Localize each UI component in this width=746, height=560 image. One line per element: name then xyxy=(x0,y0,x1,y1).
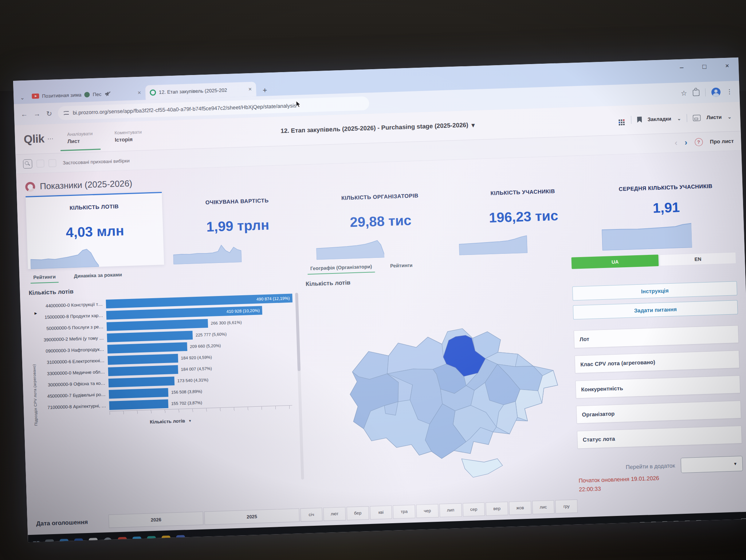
browser-menu-icon[interactable]: ⋮ xyxy=(726,88,733,96)
taskbar-app-icon[interactable] xyxy=(176,535,185,542)
shield-icon[interactable] xyxy=(639,522,645,528)
month-cell[interactable]: кві xyxy=(370,505,392,520)
kpi-card-lots[interactable]: КІЛЬКІСТЬ ЛОТІВ 4,03 млн xyxy=(25,192,164,269)
tab-ratings[interactable]: Рейтинги xyxy=(33,274,56,284)
notification-center-icon[interactable] xyxy=(741,518,746,525)
month-cell[interactable]: лип xyxy=(439,503,462,517)
taskbar-app-icon[interactable] xyxy=(133,536,142,542)
month-cell[interactable]: січ xyxy=(300,508,323,522)
taskbar-app-icon[interactable] xyxy=(162,536,171,543)
month-cell[interactable]: бер xyxy=(346,506,369,520)
chevron-down-icon[interactable]: ⌄ xyxy=(677,115,681,121)
taskbar-app-icon[interactable] xyxy=(147,536,156,542)
taskbar-app-icon[interactable] xyxy=(45,539,54,542)
site-settings-icon[interactable] xyxy=(64,111,69,115)
month-cell[interactable]: вер xyxy=(486,501,508,516)
filter-competitiveness[interactable]: Конкурентність xyxy=(576,375,741,399)
help-question-icon[interactable]: ? xyxy=(695,138,703,146)
month-cell[interactable]: тра xyxy=(393,505,416,519)
instruction-button[interactable]: Інструкція xyxy=(572,281,737,301)
map-region[interactable] xyxy=(515,389,542,421)
sheet-title[interactable]: 12. Етап закупівель (2025-2026) - Purcha… xyxy=(280,121,475,135)
filter-organizer[interactable]: Організатор xyxy=(576,401,741,424)
filter-cpv-class[interactable]: Клас CPV лота (агреговано) xyxy=(574,350,739,374)
filter-lot-status[interactable]: Статус лота xyxy=(577,426,742,449)
taskbar-app-icon[interactable] xyxy=(60,539,69,543)
chart-scrollbar[interactable] xyxy=(295,293,304,480)
tab-geography-organizers[interactable]: Географія (Організатори) xyxy=(310,264,372,274)
selections-search-icon[interactable] xyxy=(23,159,32,169)
nav-narrate-story[interactable]: Коментувати Історія xyxy=(103,121,153,151)
taskbar-app-icon[interactable] xyxy=(118,537,127,543)
bar[interactable] xyxy=(108,354,178,364)
profile-avatar[interactable] xyxy=(711,87,721,97)
month-cell[interactable]: жов xyxy=(509,501,531,515)
x-axis-label[interactable]: Кількість лотів ▼ xyxy=(45,414,296,428)
wifi-icon[interactable] xyxy=(684,521,690,526)
nav-analyze-sheet[interactable]: Аналізувати Лист xyxy=(56,122,104,153)
sort-caret-icon[interactable]: ▼ xyxy=(188,419,192,422)
about-sheet-label[interactable]: Про лист xyxy=(710,138,734,145)
sheets-label[interactable]: Листи xyxy=(706,114,722,120)
year-cell-2025[interactable]: 2025 xyxy=(204,508,299,525)
month-cell[interactable]: гру xyxy=(555,499,578,513)
minimize-button[interactable]: – xyxy=(680,64,684,71)
bar[interactable] xyxy=(107,331,193,342)
battery-icon[interactable] xyxy=(662,521,668,527)
tray-app-icon[interactable] xyxy=(629,522,634,527)
prev-sheet-icon[interactable]: ‹ xyxy=(675,138,678,147)
kpi-card-participants[interactable]: КІЛЬКІСТЬ УЧАСНИКІВ 196,23 тис xyxy=(454,178,593,255)
close-button[interactable]: × xyxy=(725,62,729,70)
bar[interactable] xyxy=(109,399,169,410)
tab-ratings[interactable]: Рейтинги xyxy=(390,263,413,272)
bar[interactable] xyxy=(108,365,178,376)
taskbar-app-icon[interactable] xyxy=(74,538,83,542)
year-cell-2026[interactable]: 2026 xyxy=(109,511,204,528)
language-en-button[interactable]: EN xyxy=(660,252,737,266)
bookmarks-label[interactable]: Закладки xyxy=(648,116,671,122)
input-language-indicator[interactable]: ENG xyxy=(707,520,718,525)
bar[interactable] xyxy=(107,342,187,353)
keyboard-icon[interactable] xyxy=(696,520,702,526)
ukraine-choropleth-map[interactable] xyxy=(306,283,571,502)
language-ua-button[interactable]: UA xyxy=(572,255,659,269)
tab-dynamics-by-years[interactable]: Динаміка за роками xyxy=(74,272,122,282)
forward-icon[interactable]: → xyxy=(34,110,41,118)
taskbar-app-icon[interactable] xyxy=(89,538,98,542)
back-icon[interactable]: ← xyxy=(21,110,28,119)
new-tab-button[interactable]: + xyxy=(259,84,271,96)
month-cell[interactable]: лют xyxy=(323,507,346,521)
ask-question-button[interactable]: Задати питання xyxy=(573,300,738,320)
kpi-card-organizers[interactable]: КІЛЬКІСТЬ ОРГАНІЗАТОРІВ 29,88 тис xyxy=(311,183,450,260)
taskbar-app-icon[interactable] xyxy=(103,537,113,542)
sheets-icon[interactable] xyxy=(693,115,701,121)
selections-forward-icon[interactable] xyxy=(48,159,56,167)
goto-app-dropdown[interactable]: ▼ xyxy=(680,456,743,473)
kpi-card-expected-value[interactable]: ОЧІКУВАНА ВАРТІСТЬ 1,99 трлн xyxy=(168,187,307,264)
extensions-icon[interactable] xyxy=(693,90,700,96)
month-cell[interactable]: чер xyxy=(416,504,439,518)
chevron-down-icon[interactable]: ⌄ xyxy=(727,114,731,119)
filter-lot[interactable]: Лот xyxy=(574,325,739,348)
tab-close-icon[interactable]: × xyxy=(248,86,252,92)
kpi-card-avg-participants[interactable]: СЕРЕДНЯ КІЛЬКІСТЬ УЧАСНИКІВ 1,91 xyxy=(597,173,736,251)
tab-muted-speaker-icon[interactable] xyxy=(105,91,110,96)
windows-start-icon[interactable] xyxy=(33,541,40,542)
bar[interactable] xyxy=(109,388,169,398)
maximize-button[interactable]: □ xyxy=(702,63,707,71)
clock[interactable]: 10:13 xyxy=(723,519,735,525)
qlik-menu-dots-icon[interactable]: ⋯ xyxy=(47,135,54,143)
tray-app-icon[interactable] xyxy=(609,523,613,528)
tray-app-icon[interactable] xyxy=(619,523,624,528)
tab-search-icon[interactable]: ⌄ xyxy=(17,91,28,104)
qlik-logo[interactable]: Qlik xyxy=(24,132,45,146)
tab-close-icon[interactable]: × xyxy=(138,90,141,96)
selections-back-icon[interactable] xyxy=(36,159,44,167)
url-text[interactable]: bi.prozorro.org/sense/app/fba3f2f2-cf55-… xyxy=(73,103,297,116)
app-overview-grid-icon[interactable] xyxy=(619,120,620,121)
bar[interactable] xyxy=(109,376,175,387)
bookmark-icon[interactable] xyxy=(637,117,642,123)
reload-icon[interactable]: ↻ xyxy=(46,109,52,118)
speaker-icon[interactable] xyxy=(673,521,679,527)
month-cell[interactable]: лис xyxy=(532,500,555,514)
